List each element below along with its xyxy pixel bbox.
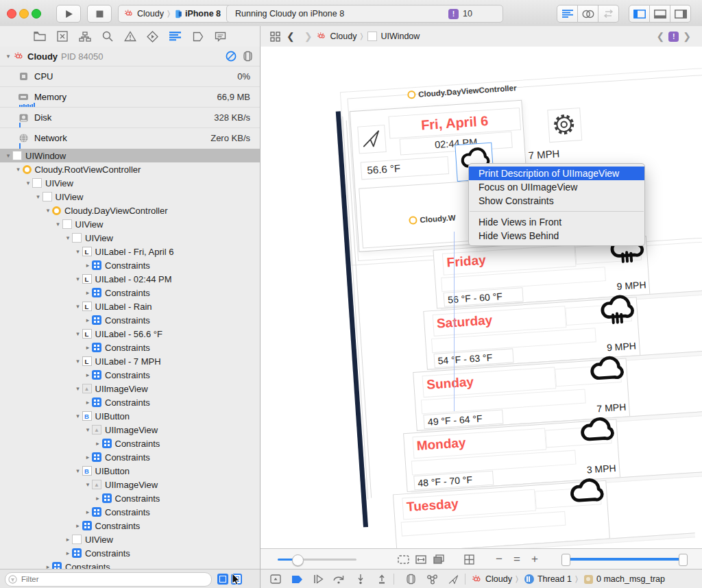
- disclosure-triangle[interactable]: ▸: [64, 536, 72, 543]
- jump-bar-project[interactable]: Cloudy: [330, 32, 356, 41]
- debug-view-hierarchy-button[interactable]: [402, 572, 419, 586]
- filter-field[interactable]: [5, 572, 212, 587]
- version-editor-button[interactable]: [598, 5, 619, 23]
- toggle-inspectors-button[interactable]: [670, 5, 691, 23]
- tree-row-constraints[interactable]: ▸Constraints: [0, 491, 260, 505]
- continue-button[interactable]: [310, 572, 326, 586]
- tree-row-uiview[interactable]: ▾UIView: [0, 190, 260, 204]
- wind-label[interactable]: 9 MPH: [616, 279, 646, 292]
- issue-navigator-button[interactable]: [123, 29, 137, 43]
- disclosure-triangle[interactable]: ▸: [84, 262, 92, 269]
- disclosure-triangle[interactable]: ▸: [84, 509, 92, 515]
- zoom-window-button[interactable]: [32, 9, 41, 19]
- simulate-location-button[interactable]: [445, 572, 461, 586]
- menu-item-hide-views-behind[interactable]: Hide Views Behind: [469, 229, 644, 243]
- tree-row-uiview[interactable]: ▾UIView: [0, 217, 260, 231]
- issues-badge-icon[interactable]: !: [448, 9, 459, 19]
- show-clipped-views-toggle[interactable]: [217, 574, 228, 585]
- wind-label[interactable]: 3 MPH: [586, 463, 616, 476]
- tree-row-uiview[interactable]: ▾UIView: [0, 231, 260, 245]
- memory-graph-button[interactable]: [424, 572, 440, 586]
- network-gauge-row[interactable]: NetworkZero KB/s: [0, 127, 260, 148]
- disclosure-triangle[interactable]: ▸: [44, 563, 52, 569]
- show-constraints-button[interactable]: [412, 552, 430, 566]
- debug-crumb-cloudy[interactable]: Cloudy: [472, 574, 512, 585]
- wind-label[interactable]: 9 MPH: [607, 340, 637, 353]
- filter-input[interactable]: [20, 574, 194, 584]
- disclosure-triangle[interactable]: ▾: [74, 358, 82, 365]
- disclosure-triangle[interactable]: ▾: [54, 221, 62, 228]
- symbol-navigator-button[interactable]: [78, 29, 92, 43]
- minimize-window-button[interactable]: [19, 9, 29, 19]
- toggle-debug-area-button[interactable]: [650, 5, 670, 23]
- jump-bar-selection[interactable]: UIWindow: [380, 32, 420, 41]
- disclosure-triangle[interactable]: ▸: [84, 371, 92, 378]
- tree-row-constraints[interactable]: ▸Constraints: [0, 519, 260, 532]
- zoom-in-button[interactable]: +: [526, 552, 544, 566]
- disclosure-triangle[interactable]: ▸: [84, 344, 92, 351]
- menu-item-focus-on-uiimageview[interactable]: Focus on UIImageView: [469, 180, 644, 194]
- run-button[interactable]: [56, 5, 81, 23]
- rain-cloud-icon[interactable]: [596, 291, 636, 329]
- scheme-selector[interactable]: Cloudy 〉 iPhone 8: [118, 5, 232, 23]
- day-wind-label[interactable]: 7 MPH: [528, 147, 560, 161]
- issue-badge-icon[interactable]: !: [668, 32, 679, 42]
- debug-crumb-0-mach-msg-trap[interactable]: 0 mach_msg_trap: [584, 574, 665, 584]
- hide-debug-area-button[interactable]: [267, 572, 284, 586]
- show-clipped-content-button[interactable]: [394, 552, 412, 566]
- disclosure-triangle[interactable]: ▸: [84, 454, 92, 461]
- tree-row-constraints[interactable]: ▸Constraints: [0, 258, 260, 272]
- related-items-button[interactable]: [268, 29, 282, 43]
- step-over-button[interactable]: [331, 572, 348, 586]
- tree-row-constraints[interactable]: ▸Constraints: [0, 313, 260, 327]
- zoom-out-button[interactable]: −: [490, 552, 508, 566]
- disclosure-triangle[interactable]: ▾: [74, 467, 82, 474]
- step-out-button[interactable]: [374, 572, 390, 586]
- tree-row-uilabel-56-6-f[interactable]: ▾LUILabel - 56.6 °F: [0, 327, 260, 341]
- step-into-button[interactable]: [352, 572, 369, 586]
- disclosure-triangle[interactable]: ▾: [84, 481, 92, 488]
- view-debugger-button[interactable]: [243, 51, 253, 64]
- cloud-icon[interactable]: [585, 352, 626, 391]
- disclosure-triangle[interactable]: ▸: [74, 522, 82, 529]
- tree-row-uiwindow[interactable]: ▾UIWindow: [0, 149, 260, 162]
- report-navigator-button[interactable]: [214, 29, 228, 43]
- go-forward-button[interactable]: ❯: [304, 31, 313, 42]
- pause-debugger-button[interactable]: [226, 51, 237, 64]
- disclosure-triangle[interactable]: ▸: [84, 317, 92, 323]
- disclosure-triangle[interactable]: ▾: [64, 234, 72, 241]
- project-navigator-button[interactable]: [33, 29, 47, 43]
- day-label[interactable]: Sunday: [426, 374, 474, 392]
- tree-row-constraints[interactable]: ▸Constraints: [0, 341, 260, 354]
- disclosure-triangle[interactable]: ▾: [74, 275, 82, 282]
- disclosure-triangle[interactable]: ▾: [74, 413, 82, 419]
- disclosure-triangle[interactable]: ▸: [84, 399, 92, 406]
- day-label[interactable]: Friday: [446, 253, 486, 271]
- tree-row-constraints[interactable]: ▸Constraints: [0, 560, 260, 569]
- tree-row-constraints[interactable]: ▸Constraints: [0, 368, 260, 382]
- menu-item-print-description-of-uiimageview[interactable]: Print Description of UIImageView: [469, 167, 644, 180]
- tree-row-uilabel-02-44-pm[interactable]: ▾LUILabel - 02:44 PM: [0, 272, 260, 286]
- view-mode-button[interactable]: [430, 552, 448, 566]
- zoom-actual-size-button[interactable]: =: [508, 552, 526, 566]
- breakpoints-toggle-button[interactable]: [289, 572, 305, 586]
- tree-row-constraints[interactable]: ▸Constraints: [0, 450, 260, 464]
- standard-editor-button[interactable]: [557, 5, 578, 23]
- disclosure-triangle[interactable]: ▾: [14, 166, 23, 173]
- disclosure-triangle[interactable]: ▸: [94, 495, 102, 502]
- tree-row-constraints[interactable]: ▸Constraints: [0, 505, 260, 519]
- tree-row-uiimageview[interactable]: ▾▲UIImageView: [0, 382, 260, 395]
- tree-row-constraints[interactable]: ▸Constraints: [0, 546, 260, 560]
- disclosure-triangle[interactable]: ▾: [34, 193, 43, 200]
- memory-gauge-row[interactable]: Memory66,9 MB: [0, 86, 260, 107]
- disclosure-triangle[interactable]: ▾: [4, 53, 12, 60]
- disclosure-triangle[interactable]: ▾: [74, 330, 82, 337]
- wind-label[interactable]: 7 MPH: [596, 402, 627, 415]
- disclosure-triangle[interactable]: ▾: [4, 152, 12, 159]
- previous-issue-button[interactable]: ❮: [657, 31, 665, 42]
- assistant-editor-button[interactable]: [578, 5, 598, 23]
- tree-row-uiimageview[interactable]: ▾▲UIImageView: [0, 478, 260, 491]
- tree-row-uilabel-7-mph[interactable]: ▾LUILabel - 7 MPH: [0, 354, 260, 368]
- disclosure-triangle[interactable]: ▸: [84, 289, 92, 296]
- range-handle-left[interactable]: [561, 554, 570, 566]
